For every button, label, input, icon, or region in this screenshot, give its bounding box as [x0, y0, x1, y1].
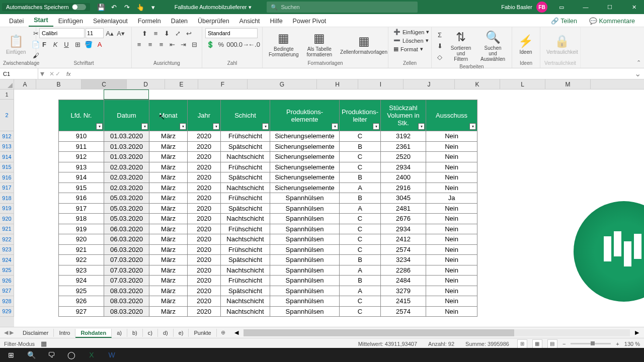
table-cell[interactable]: B [340, 141, 381, 152]
table-cell[interactable]: 06.03.2020 [104, 244, 149, 255]
table-cell[interactable]: Spannhülsen [270, 193, 340, 204]
table-cell[interactable]: 02.03.2020 [104, 172, 149, 183]
table-cell[interactable]: A [340, 265, 381, 276]
tab-datei[interactable]: Datei [4, 16, 29, 27]
table-cell[interactable]: B [340, 172, 381, 183]
table-cell[interactable]: 2020 [188, 183, 221, 193]
col-header[interactable]: M [545, 79, 591, 89]
table-cell[interactable]: 2020 [188, 152, 221, 162]
table-cell[interactable]: Nachtschicht [221, 296, 270, 307]
row-header[interactable]: 927 [0, 286, 14, 297]
table-cell[interactable]: Nachtschicht [221, 265, 270, 276]
table-cell[interactable]: 2020 [188, 244, 221, 255]
find-select-button[interactable]: 🔍Suchen und Auswählen [477, 28, 509, 64]
row-header[interactable]: 917 [0, 183, 14, 194]
table-cell[interactable]: A [340, 203, 381, 214]
table-cell[interactable]: 915 [59, 183, 104, 193]
table-cell[interactable]: 08.03.2020 [104, 306, 149, 317]
view-break-icon[interactable]: ▤ [547, 339, 557, 348]
table-header[interactable]: Stückzahl Volumen in Stk.▾ [381, 100, 426, 131]
paste-button[interactable]: 📋 Einfügen [3, 32, 29, 57]
table-cell[interactable]: Nein [426, 276, 477, 286]
tab-start[interactable]: Start [29, 15, 53, 27]
sort-filter-button[interactable]: ⇅Sortieren und Filtern [447, 28, 475, 64]
col-header[interactable]: F [198, 79, 248, 89]
table-cell[interactable]: Spätschicht [221, 141, 270, 152]
table-cell[interactable]: Nachtschicht [221, 306, 270, 317]
table-cell[interactable]: Nein [426, 131, 477, 142]
align-top-icon[interactable]: ⬆ [140, 28, 150, 38]
table-cell[interactable]: 3045 [381, 193, 426, 204]
table-cell[interactable]: Sicherungselemente [270, 183, 340, 193]
table-cell[interactable]: 2934 [381, 224, 426, 234]
tab-daten[interactable]: Daten [166, 16, 193, 27]
merge-icon[interactable]: ⊟ [190, 39, 200, 49]
table-cell[interactable]: B [340, 255, 381, 265]
table-cell[interactable]: 07.03.2020 [104, 276, 149, 286]
zoom-level[interactable]: 130 % [624, 341, 640, 347]
table-cell[interactable]: 08.03.2020 [104, 286, 149, 296]
col-header[interactable]: E [165, 79, 198, 89]
row-header[interactable]: 2 [0, 100, 14, 131]
table-cell[interactable]: Nachtschicht [221, 234, 270, 245]
clear-icon[interactable]: ◇ [435, 52, 445, 62]
search-button[interactable]: 🔍 [22, 348, 40, 362]
table-cell[interactable]: Nein [426, 162, 477, 172]
table-cell[interactable]: C [340, 234, 381, 245]
table-cell[interactable]: Frühschicht [221, 193, 270, 204]
table-cell[interactable]: 2020 [188, 276, 221, 286]
tab-ueberpruefen[interactable]: Überprüfen [193, 16, 234, 27]
filter-icon[interactable]: ▾ [469, 123, 476, 130]
table-cell[interactable]: 06.03.2020 [104, 234, 149, 245]
table-cell[interactable]: Spätschicht [221, 203, 270, 214]
filter-icon[interactable]: ▾ [141, 123, 148, 130]
table-cell[interactable]: A [340, 286, 381, 296]
table-cell[interactable]: A [340, 183, 381, 193]
table-cell[interactable]: 2574 [381, 244, 426, 255]
table-cell[interactable]: 916 [59, 193, 104, 204]
filter-icon[interactable]: ▾ [418, 123, 425, 130]
view-normal-icon[interactable]: ⊞ [517, 339, 527, 348]
name-box-dropdown-icon[interactable]: ▾ [38, 69, 46, 78]
zoom-slider[interactable] [571, 343, 611, 344]
border-icon[interactable]: ⊞ [72, 39, 83, 49]
table-cell[interactable]: 2520 [381, 152, 426, 162]
table-cell[interactable]: März [149, 172, 188, 183]
align-center-icon[interactable]: ≡ [145, 39, 155, 49]
table-cell[interactable]: Sicherungselemente [270, 141, 340, 152]
table-cell[interactable]: Frühschicht [221, 276, 270, 286]
table-header[interactable]: Jahr▾ [188, 100, 221, 131]
table-cell[interactable]: C [340, 214, 381, 224]
table-cell[interactable]: Spannhülsen [270, 306, 340, 317]
start-button[interactable]: ⊞ [2, 348, 20, 362]
col-header[interactable]: A [14, 79, 36, 89]
undo-icon[interactable]: ↶ [108, 1, 120, 13]
table-cell[interactable]: 01.03.2020 [104, 141, 149, 152]
table-cell[interactable]: Spätschicht [221, 172, 270, 183]
table-cell[interactable]: 927 [59, 306, 104, 317]
row-header[interactable]: 923 [0, 245, 14, 255]
table-header[interactable]: Produktions-elemente▾ [270, 100, 340, 131]
table-cell[interactable]: Spätschicht [221, 286, 270, 296]
cell-styles-button[interactable]: ▦Zellenformatvorlagen [337, 32, 390, 57]
filter-icon[interactable]: ▾ [262, 123, 269, 130]
table-cell[interactable]: Nachtschicht [221, 214, 270, 224]
row-header[interactable]: 921 [0, 224, 14, 235]
row-header[interactable]: 914 [0, 152, 14, 162]
fx-icon[interactable]: fx [63, 71, 74, 77]
scroll-right-icon[interactable]: ▶ [635, 329, 639, 336]
table-cell[interactable]: 07.03.2020 [104, 265, 149, 276]
table-cell[interactable]: 08.03.2020 [104, 296, 149, 307]
table-cell[interactable]: 2020 [188, 265, 221, 276]
autosum-icon[interactable]: Σ [435, 30, 445, 40]
table-cell[interactable]: 924 [59, 276, 104, 286]
size-select[interactable] [86, 28, 104, 38]
col-header[interactable]: C [82, 79, 127, 89]
table-cell[interactable]: 918 [59, 214, 104, 224]
share-button[interactable]: 🔗 Teilen [546, 15, 582, 27]
table-cell[interactable]: Sicherungselemente [270, 162, 340, 172]
table-cell[interactable]: 05.03.2020 [104, 203, 149, 214]
table-cell[interactable]: 3279 [381, 286, 426, 296]
table-cell[interactable]: Sicherungselemente [270, 172, 340, 183]
table-cell[interactable]: März [149, 255, 188, 265]
